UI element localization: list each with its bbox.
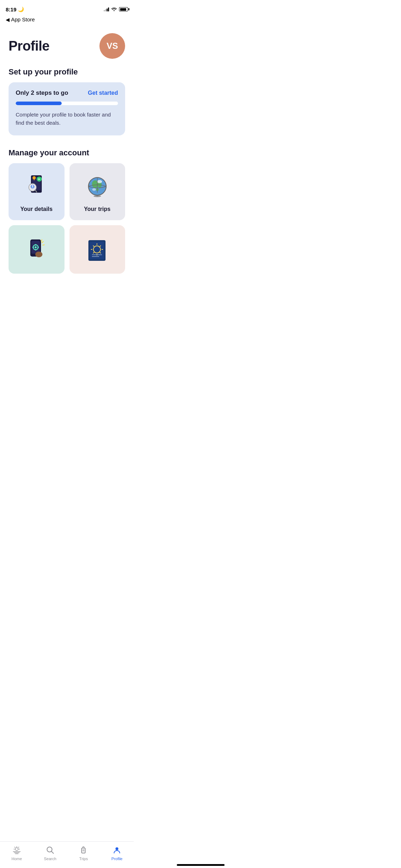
progress-card: Only 2 steps to go Get started Complete … [9,82,125,135]
svg-rect-24 [35,249,36,250]
moon-icon: 🌙 [18,6,24,12]
page-title: Profile [9,38,50,54]
profile-header: Profile VS [9,26,125,67]
manage-section-title: Manage your account [9,148,125,157]
progress-description: Complete your profile to book faster and… [16,111,118,127]
avatar-initials: VS [107,41,118,51]
svg-point-22 [35,246,37,248]
status-icons [104,6,128,12]
wifi-icon [111,6,117,12]
status-time: 8:19 🌙 [6,6,24,12]
svg-point-27 [35,252,42,257]
back-arrow-icon: ◀ [6,17,10,22]
svg-line-29 [42,245,45,245]
svg-point-15 [97,180,102,183]
details-card-label: Your details [20,206,52,212]
settings-card[interactable] [9,225,65,274]
back-navigation[interactable]: ◀ App Store [0,16,134,26]
get-started-link[interactable]: Get started [88,90,118,96]
steps-text: Only 2 steps to go [16,89,68,97]
trips-illustration [81,170,113,202]
progress-card-header: Only 2 steps to go Get started [16,89,118,97]
documents-illustration [81,232,113,264]
svg-point-16 [92,188,96,191]
svg-text:✈: ✈ [38,178,41,181]
main-content: Profile VS Set up your profile Only 2 st… [0,26,134,274]
account-cards-grid: ✈ Your details [9,163,125,274]
trips-card-label: Your trips [84,206,110,212]
svg-rect-26 [37,247,39,248]
svg-point-7 [32,185,33,187]
svg-line-30 [41,239,42,242]
status-bar: 8:19 🌙 [0,0,134,16]
documents-card[interactable] [70,225,125,274]
avatar[interactable]: VS [99,33,125,59]
svg-rect-23 [35,244,36,246]
svg-point-2 [33,176,36,180]
svg-rect-25 [32,247,34,248]
setup-section-title: Set up your profile [9,67,125,77]
your-trips-card[interactable]: Your trips [70,163,125,220]
settings-illustration [20,232,52,264]
your-details-card[interactable]: ✈ Your details [9,163,65,220]
svg-line-28 [42,241,43,243]
back-label: App Store [11,16,35,22]
signal-icon [104,7,109,11]
battery-icon [119,7,128,11]
progress-bar-fill [16,102,62,105]
details-illustration: ✈ [20,170,52,202]
progress-bar-container [16,102,118,105]
